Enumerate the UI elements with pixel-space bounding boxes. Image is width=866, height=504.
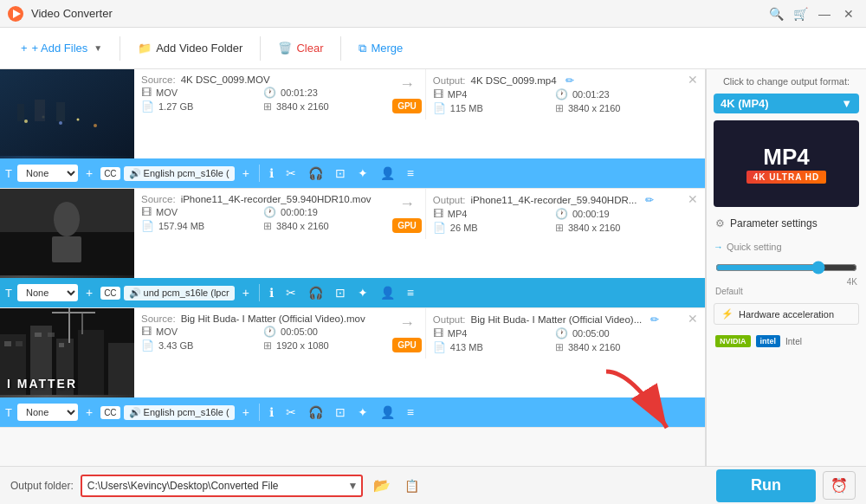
add-audio-button[interactable]: +: [238, 283, 254, 302]
info-button[interactable]: ℹ: [265, 283, 278, 302]
format-selector[interactable]: 4K (MP4) ▼: [714, 94, 859, 113]
cut-button[interactable]: ✂: [281, 283, 301, 302]
minimize-button[interactable]: —: [814, 3, 835, 24]
convert-arrow-icon: →: [399, 314, 415, 333]
close-button[interactable]: ✕: [838, 3, 859, 24]
quality-slider[interactable]: [715, 261, 857, 275]
effects-button[interactable]: ✦: [353, 164, 372, 183]
audio-select[interactable]: 🔊 English pcm_s16le (: [124, 166, 235, 181]
slider-max-label: 4K: [847, 277, 857, 287]
edit-icon[interactable]: ✏: [565, 74, 574, 87]
subtitle-select[interactable]: None: [17, 165, 78, 182]
svg-rect-26: [48, 333, 55, 337]
cut-button[interactable]: ✂: [281, 164, 301, 183]
quality-slider-wrap: 4K Default: [714, 261, 859, 296]
source-format-item: 🎞 MOV: [141, 87, 260, 99]
cart-icon[interactable]: 🛒: [790, 3, 811, 24]
convert-arrow-icon: →: [399, 75, 415, 94]
remove-file-button[interactable]: ✕: [681, 69, 705, 90]
dropdown-arrow-icon[interactable]: ▼: [344, 478, 361, 494]
source-resolution: 3840 x 2160: [276, 101, 329, 112]
add-audio-button[interactable]: +: [238, 403, 254, 422]
convert-arrow-icon: →: [399, 195, 415, 213]
audio-label: English pcm_s16le (: [144, 407, 229, 417]
options-bar: T None + CC 🔊 und pcm_s16le (lpcr + ℹ ✂ …: [0, 278, 705, 307]
add-files-button[interactable]: + + Add Files ▼: [10, 36, 113, 60]
info-button[interactable]: ℹ: [265, 164, 278, 183]
subtitle-edit-button[interactable]: ≡: [403, 283, 418, 302]
watermark-button[interactable]: 👤: [376, 403, 399, 422]
subtitle-edit-button[interactable]: ≡: [403, 164, 418, 183]
cc-button[interactable]: CC: [100, 406, 120, 419]
effects-button[interactable]: ✦: [353, 283, 372, 302]
add-audio-button[interactable]: +: [238, 164, 254, 183]
options-bar: T None + CC 🔊 English pcm_s16le ( + ℹ ✂ …: [0, 158, 705, 188]
quick-arrow-icon: →: [714, 242, 723, 252]
output-meta: 🎞 MP4 🕐 00:00:19 📄 26: [433, 208, 674, 234]
output-resolution-item: ⊞ 3840 x 2160: [555, 341, 674, 353]
parameter-settings-button[interactable]: ⚙ Parameter settings: [714, 214, 859, 233]
format-preview: MP4 4K ULTRA HD: [714, 120, 859, 207]
clock-icon: 🕐: [555, 208, 568, 220]
clock-icon: 🕐: [263, 206, 276, 218]
source-filename: Big Hit Buda- I Matter (Official Video).…: [181, 313, 365, 324]
crop-button[interactable]: ⊡: [331, 164, 350, 183]
subtitle-edit-button[interactable]: ≡: [403, 403, 418, 422]
output-resolution-item: ⊞ 3840 x 2160: [555, 102, 674, 114]
source-duration-item: 🕐 00:00:19: [263, 206, 382, 218]
thumbnail: [0, 189, 134, 278]
add-icon: +: [21, 42, 28, 55]
audio-icon: 🔊: [129, 168, 141, 179]
cut-button[interactable]: ✂: [281, 403, 301, 422]
watermark-button[interactable]: 👤: [376, 164, 399, 183]
add-subtitle-button[interactable]: +: [81, 403, 97, 422]
run-button[interactable]: Run: [716, 469, 816, 502]
source-format: MOV: [156, 326, 178, 337]
subtitle-select[interactable]: None: [17, 284, 78, 301]
file-list: Source: 4K DSC_0099.MOV 🎞 MOV: [0, 69, 706, 466]
crop-button[interactable]: ⊡: [331, 283, 350, 302]
add-folder-button[interactable]: 📁 Add Video Folder: [127, 36, 253, 60]
source-duration: 00:05:00: [281, 326, 318, 337]
remove-file-button[interactable]: ✕: [681, 308, 705, 329]
audio-edit-button[interactable]: 🎧: [304, 164, 327, 183]
source-size: 157.94 MB: [158, 221, 204, 231]
convert-center: → GPU: [389, 69, 425, 120]
output-duration: 00:05:00: [572, 328, 610, 339]
source-duration: 00:00:19: [281, 207, 318, 217]
audio-select[interactable]: 🔊 und pcm_s16le (lpcr: [124, 286, 235, 300]
watermark-button[interactable]: 👤: [376, 283, 399, 302]
crop-button[interactable]: ⊡: [331, 403, 350, 422]
source-details: Source: iPhone11_4K-recorder_59.940HDR10…: [134, 189, 389, 237]
slider-labels: 4K: [715, 277, 857, 287]
open-folder-button[interactable]: 📋: [401, 475, 423, 496]
file-info-row: Source: iPhone11_4K-recorder_59.940HDR10…: [0, 189, 705, 278]
edit-icon[interactable]: ✏: [650, 313, 659, 326]
info-button[interactable]: ℹ: [265, 403, 278, 422]
add-subtitle-button[interactable]: +: [81, 164, 97, 183]
audio-edit-button[interactable]: 🎧: [304, 283, 327, 302]
search-icon[interactable]: 🔍: [766, 3, 786, 24]
subtitle-select[interactable]: None: [17, 404, 78, 421]
source-duration-item: 🕐 00:05:00: [263, 326, 382, 338]
cc-button[interactable]: CC: [100, 287, 120, 300]
hardware-acceleration-button[interactable]: ⚡ Hardware acceleration: [714, 303, 859, 325]
browse-folder-button[interactable]: 📂: [370, 474, 394, 497]
toolbar-divider-3: [340, 36, 341, 61]
audio-edit-button[interactable]: 🎧: [304, 403, 327, 422]
add-subtitle-button[interactable]: +: [81, 283, 97, 302]
bottom-bar: Output folder: ▼ 📂 📋 Run ⏰: [0, 466, 866, 504]
effects-button[interactable]: ✦: [353, 403, 372, 422]
subtitle-icon: T: [5, 406, 12, 419]
output-folder-input[interactable]: [82, 476, 345, 495]
output-size: 115 MB: [450, 103, 483, 113]
edit-icon[interactable]: ✏: [645, 194, 654, 206]
clear-button[interactable]: 🗑️ Clear: [268, 36, 333, 60]
remove-file-button[interactable]: ✕: [681, 189, 705, 210]
source-col: Source: Big Hit Buda- I Matter (Official…: [134, 308, 389, 359]
audio-select[interactable]: 🔊 English pcm_s16le (: [124, 405, 235, 420]
quick-setting-label: → Quick setting: [714, 240, 859, 254]
merge-button[interactable]: ⧉ Merge: [348, 36, 413, 61]
alarm-button[interactable]: ⏰: [823, 471, 856, 500]
cc-button[interactable]: CC: [100, 167, 120, 180]
